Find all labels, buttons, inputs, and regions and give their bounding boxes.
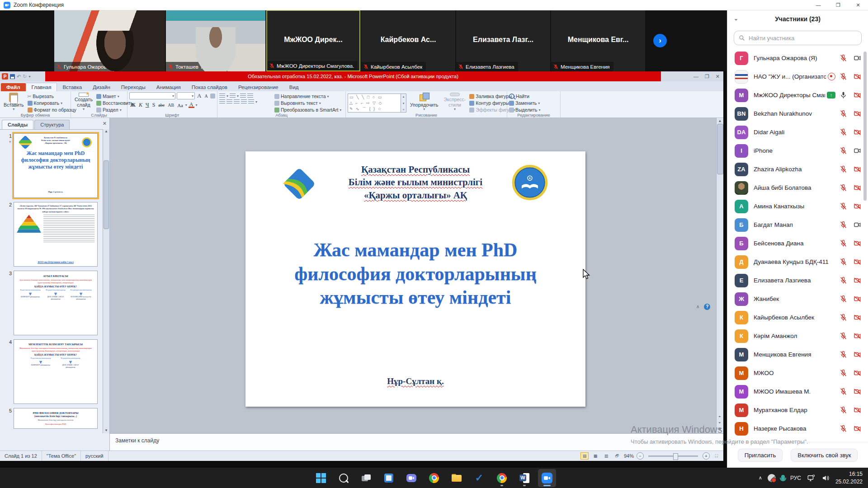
camera-off-icon[interactable] [853,91,862,99]
participant-row[interactable]: BN Bekzhan Nurakhunov [727,104,868,123]
participants-scrollbar[interactable] [863,52,867,201]
start-button[interactable] [312,469,330,487]
file-explorer-button[interactable] [448,469,466,487]
maximize-button[interactable]: ❐ [828,0,848,10]
camera-off-icon[interactable] [853,332,862,340]
participant-row[interactable]: Б Багдат Манап [727,216,868,234]
participant-row[interactable]: К Кайырбеков Асылбек [727,308,868,327]
search-button[interactable] [335,469,353,487]
invite-button[interactable]: Пригласить [738,449,783,462]
participant-row[interactable]: М Менщикова Евгения [727,345,868,364]
cut-button[interactable]: ✂Вырезать [28,94,76,99]
qat-dropdown-icon[interactable]: ▾ [28,75,30,79]
participant-row[interactable]: М МЖОО Имашева М. [727,382,868,401]
participant-video-tile[interactable]: Елизавета Лазг... Елизавета Лазгиева [456,10,550,71]
indent-decrease-icon[interactable] [240,94,246,98]
participant-row[interactable]: Б Бейсенова Диана [727,234,868,253]
ribbon-tab[interactable]: Рецензирование [233,83,284,91]
zoom-tray-icon[interactable] [768,474,776,482]
bullets-icon[interactable] [219,94,225,98]
italic-button[interactable]: К [138,102,143,108]
save-icon[interactable] [10,74,15,79]
mic-muted-icon[interactable] [839,221,848,229]
mic-muted-icon[interactable] [839,109,848,118]
participant-row[interactable]: I iPhone [727,141,868,160]
participant-row[interactable]: Д Дуанаева Кундыз БДҚ-411 [727,253,868,271]
task-view-button[interactable] [357,469,375,487]
indent-increase-icon[interactable] [247,94,253,98]
slide-thumbnail-4[interactable]: МЕМЛЕКЕТТІК БІЛІМ БЕРУ ТАПСЫРЫСЫ Мемлеке… [14,339,98,404]
ribbon-tab[interactable]: Вставка [57,83,87,91]
current-slide[interactable]: Қазақстан Республикасы Білім және ғылым … [245,151,585,407]
justify-icon[interactable] [241,99,247,104]
strikethrough-button[interactable]: abc [157,103,165,108]
camera-off-icon[interactable] [853,183,862,192]
minimize-button[interactable]: — [808,0,828,10]
mic-muted-icon[interactable] [839,369,848,377]
ribbon-tab[interactable]: Анимация [151,83,186,91]
slideshow-view-button[interactable]: 🗗 [613,452,621,460]
participant-row[interactable]: Е Елизавета Лазгиева [727,271,868,290]
mic-muted-icon[interactable] [839,350,848,359]
camera-off-icon[interactable] [853,258,862,266]
check-app-button[interactable]: ✓ [470,469,488,487]
slides-panel-close-icon[interactable]: ✕ [103,121,107,127]
participant-video-tile[interactable]: Токташев Темирлан [166,10,265,71]
ribbon-tab[interactable]: Вид [284,83,304,91]
chat-button[interactable] [402,469,420,487]
mic-muted-icon[interactable] [839,276,848,285]
unmute-button[interactable]: Включить свой звук [791,449,858,462]
underline-button[interactable]: Ч [145,102,150,108]
ribbon-tab[interactable]: Главная [26,83,57,91]
change-case-button[interactable]: Аа [176,103,184,108]
chrome-button[interactable] [493,469,511,487]
network-icon[interactable] [807,474,816,482]
status-theme[interactable]: "Тема Office" [42,451,81,461]
format-painter-button[interactable]: Формат по образцу [28,107,76,113]
camera-off-icon[interactable] [853,424,862,433]
mic-muted-icon[interactable] [839,202,848,211]
participant-video-tile[interactable]: Кайрбеков Ас... Кайырбеков Асылбек [361,10,455,71]
font-color-button[interactable]: А [189,102,194,108]
word-button[interactable] [515,469,533,487]
camera-off-icon[interactable] [853,406,862,414]
ppt-close-button[interactable]: ✕ [716,74,720,80]
arrange-button[interactable]: Упорядочить▾ [408,92,440,112]
clock[interactable]: 16:15 25.02.2022 [835,470,865,485]
mic-muted-icon[interactable] [839,128,848,136]
chevron-down-icon[interactable]: ⌄ [734,15,738,22]
widgets-button[interactable] [380,469,398,487]
participant-row[interactable]: М МжЖОО Директоры Смаг... ↑ [727,86,868,104]
shapes-gallery[interactable]: ▭ ╲ ╲ □ ○ ▭ △ ⌐ ⌐ ⇨ ▽ ◇ ✎ ∿ ⌒ { } ☆ [348,94,401,113]
mic-muted-icon[interactable] [839,239,848,248]
participant-video-tile[interactable]: МжЖОО Дирек... МжЖОО Директоры Смагулова… [266,10,360,71]
camera-off-icon[interactable] [853,276,862,285]
numbering-icon[interactable] [230,94,236,98]
camera-off-icon[interactable] [853,202,862,211]
camera-on-icon[interactable] [853,146,862,155]
align-right-icon[interactable] [234,99,240,104]
participant-row[interactable]: К Кәрім Аманжол [727,327,868,345]
text-shadow-button[interactable]: S [151,102,156,108]
help-icon[interactable]: ? [704,304,710,310]
participant-row[interactable]: М Муратханов Елдар [727,401,868,419]
participant-row[interactable]: М МЖОО [727,364,868,382]
grow-font-button[interactable]: А [196,92,202,99]
mic-muted-icon[interactable] [839,332,848,340]
mic-muted-icon[interactable] [839,406,848,414]
align-left-icon[interactable] [219,99,225,104]
camera-off-icon[interactable] [853,128,862,136]
mic-muted-icon[interactable] [839,387,848,396]
camera-off-icon[interactable] [853,165,862,174]
camera-on-icon[interactable] [853,221,862,229]
browser-button[interactable] [425,469,443,487]
text-direction-button[interactable]: Направление текста▾ [274,94,341,99]
participant-row[interactable]: DA Didar Aigali [727,123,868,141]
camera-off-icon[interactable] [853,313,862,322]
mic-muted-icon[interactable] [839,165,848,174]
camera-off-icon[interactable] [853,369,862,377]
status-language[interactable]: русский [81,451,108,461]
convert-smartart-button[interactable]: Преобразовать в SmartArt▾ [274,107,341,113]
participant-row[interactable]: ZA Zhazira Alipkozha [727,160,868,178]
ribbon-tab[interactable]: Переходы [116,83,151,91]
